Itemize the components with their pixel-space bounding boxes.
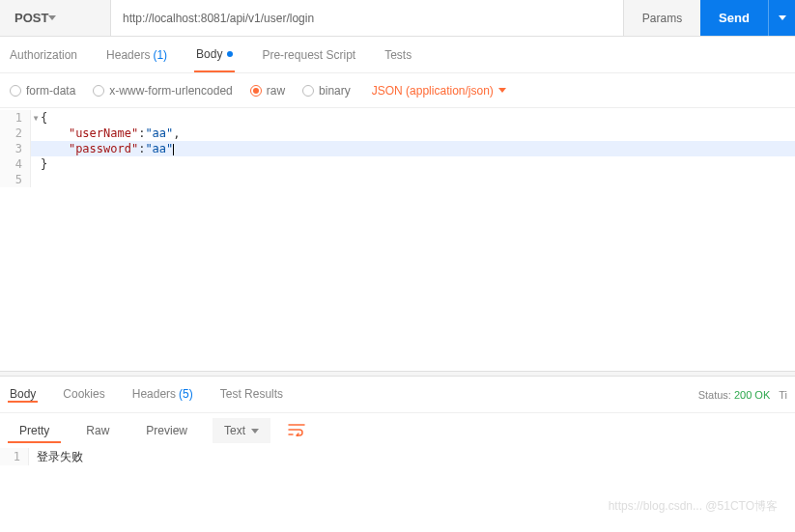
view-pretty-button[interactable]: Pretty [8, 418, 61, 443]
radio-urlencoded[interactable]: x-www-form-urlencoded [93, 84, 232, 98]
chevron-down-icon [779, 15, 786, 20]
resp-tab-body[interactable]: Body [8, 387, 38, 403]
radio-binary[interactable]: binary [302, 84, 351, 98]
watermark: https://blog.csdn... @51CTO博客 [609, 498, 778, 515]
radio-icon [10, 85, 21, 97]
send-button[interactable]: Send [700, 0, 768, 36]
body-modified-dot-icon [227, 51, 233, 57]
chevron-down-icon [48, 15, 56, 20]
wrap-lines-icon[interactable] [284, 419, 309, 443]
radio-selected-icon [250, 85, 262, 97]
chevron-down-icon [251, 429, 259, 434]
http-method-label: POST [14, 11, 48, 25]
resp-tab-cookies[interactable]: Cookies [61, 387, 106, 401]
line-number: 1 [0, 448, 29, 465]
radio-icon [302, 85, 314, 97]
view-raw-button[interactable]: Raw [74, 418, 121, 443]
view-preview-button[interactable]: Preview [134, 418, 199, 443]
resp-headers-count-badge: (5) [179, 387, 193, 401]
response-status: Status: 200 OK Ti [698, 389, 787, 401]
url-input[interactable]: http://localhost:8081/api/v1/user/login [111, 0, 623, 36]
tab-tests[interactable]: Tests [383, 37, 413, 72]
http-method-selector[interactable]: POST [0, 0, 111, 36]
response-toolbar: Pretty Raw Preview Text [0, 413, 795, 448]
params-button[interactable]: Params [623, 0, 700, 36]
headers-count-badge: (1) [153, 48, 167, 62]
tab-prerequest[interactable]: Pre-request Script [260, 37, 357, 72]
tab-headers[interactable]: Headers(1) [104, 37, 169, 72]
tab-authorization[interactable]: Authorization [8, 37, 79, 72]
fold-icon[interactable]: ▾ [31, 110, 41, 126]
request-tabs: Authorization Headers(1) Body Pre-reques… [0, 37, 795, 73]
resp-tab-headers[interactable]: Headers(5) [130, 387, 195, 401]
radio-icon [93, 85, 104, 97]
status-code: 200 OK [734, 389, 770, 401]
tab-body[interactable]: Body [194, 37, 235, 72]
response-text: 登录失败 [29, 448, 83, 465]
body-editor[interactable]: 1▾{ 2 "userName":"aa", 3 "password":"aa"… [0, 108, 795, 371]
format-selector[interactable]: Text [213, 418, 270, 443]
text-cursor [173, 144, 174, 155]
content-type-selector[interactable]: JSON (application/json) [372, 84, 506, 98]
radio-raw[interactable]: raw [250, 84, 285, 98]
response-body[interactable]: 1 登录失败 [0, 448, 795, 465]
response-tabs: Body Cookies Headers(5) Test Results Sta… [0, 377, 795, 413]
body-type-row: form-data x-www-form-urlencoded raw bina… [0, 73, 795, 108]
send-dropdown-button[interactable] [768, 0, 795, 36]
chevron-down-icon [498, 88, 506, 93]
resp-tab-tests[interactable]: Test Results [218, 387, 285, 401]
radio-form-data[interactable]: form-data [10, 84, 75, 98]
